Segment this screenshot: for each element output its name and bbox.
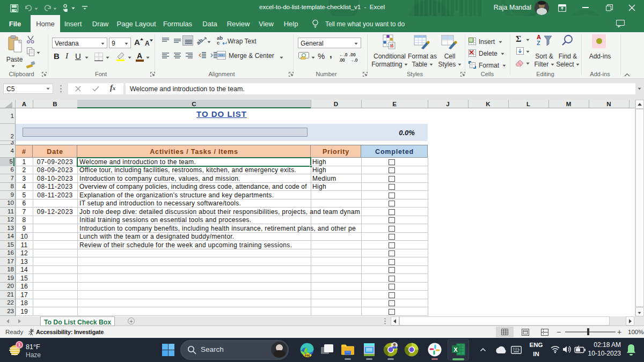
svg-text:X: X bbox=[453, 346, 458, 353]
svg-text:PRE: PRE bbox=[305, 354, 311, 357]
